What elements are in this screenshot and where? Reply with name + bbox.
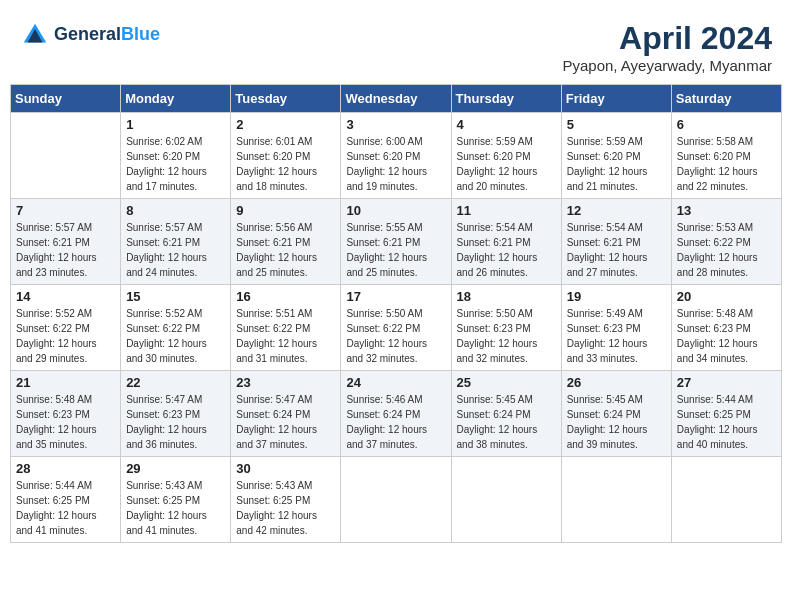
day-number: 19 [567, 289, 666, 304]
calendar-week-row: 7Sunrise: 5:57 AM Sunset: 6:21 PM Daylig… [11, 199, 782, 285]
calendar-cell [451, 457, 561, 543]
calendar-week-row: 1Sunrise: 6:02 AM Sunset: 6:20 PM Daylig… [11, 113, 782, 199]
day-info: Sunrise: 5:45 AM Sunset: 6:24 PM Dayligh… [457, 392, 556, 452]
day-info: Sunrise: 5:48 AM Sunset: 6:23 PM Dayligh… [677, 306, 776, 366]
calendar-cell: 12Sunrise: 5:54 AM Sunset: 6:21 PM Dayli… [561, 199, 671, 285]
page-header: GeneralBlue April 2024 Pyapon, Ayeyarwad… [10, 10, 782, 79]
calendar-cell: 16Sunrise: 5:51 AM Sunset: 6:22 PM Dayli… [231, 285, 341, 371]
day-info: Sunrise: 5:44 AM Sunset: 6:25 PM Dayligh… [677, 392, 776, 452]
day-info: Sunrise: 5:57 AM Sunset: 6:21 PM Dayligh… [126, 220, 225, 280]
day-info: Sunrise: 5:56 AM Sunset: 6:21 PM Dayligh… [236, 220, 335, 280]
month-title: April 2024 [562, 20, 772, 57]
calendar-week-row: 14Sunrise: 5:52 AM Sunset: 6:22 PM Dayli… [11, 285, 782, 371]
calendar-cell: 9Sunrise: 5:56 AM Sunset: 6:21 PM Daylig… [231, 199, 341, 285]
day-number: 3 [346, 117, 445, 132]
calendar-cell: 26Sunrise: 5:45 AM Sunset: 6:24 PM Dayli… [561, 371, 671, 457]
day-info: Sunrise: 5:59 AM Sunset: 6:20 PM Dayligh… [457, 134, 556, 194]
day-number: 18 [457, 289, 556, 304]
day-number: 23 [236, 375, 335, 390]
day-info: Sunrise: 5:54 AM Sunset: 6:21 PM Dayligh… [567, 220, 666, 280]
calendar-cell: 20Sunrise: 5:48 AM Sunset: 6:23 PM Dayli… [671, 285, 781, 371]
title-block: April 2024 Pyapon, Ayeyarwady, Myanmar [562, 20, 772, 74]
weekday-header-tuesday: Tuesday [231, 85, 341, 113]
calendar-cell: 23Sunrise: 5:47 AM Sunset: 6:24 PM Dayli… [231, 371, 341, 457]
calendar-cell: 6Sunrise: 5:58 AM Sunset: 6:20 PM Daylig… [671, 113, 781, 199]
day-info: Sunrise: 5:50 AM Sunset: 6:22 PM Dayligh… [346, 306, 445, 366]
day-number: 2 [236, 117, 335, 132]
day-info: Sunrise: 5:52 AM Sunset: 6:22 PM Dayligh… [126, 306, 225, 366]
day-number: 13 [677, 203, 776, 218]
day-info: Sunrise: 5:54 AM Sunset: 6:21 PM Dayligh… [457, 220, 556, 280]
logo: GeneralBlue [20, 20, 160, 50]
calendar-cell: 3Sunrise: 6:00 AM Sunset: 6:20 PM Daylig… [341, 113, 451, 199]
calendar-body: 1Sunrise: 6:02 AM Sunset: 6:20 PM Daylig… [11, 113, 782, 543]
day-info: Sunrise: 6:02 AM Sunset: 6:20 PM Dayligh… [126, 134, 225, 194]
day-number: 12 [567, 203, 666, 218]
day-info: Sunrise: 5:43 AM Sunset: 6:25 PM Dayligh… [126, 478, 225, 538]
day-number: 8 [126, 203, 225, 218]
calendar-week-row: 21Sunrise: 5:48 AM Sunset: 6:23 PM Dayli… [11, 371, 782, 457]
calendar-week-row: 28Sunrise: 5:44 AM Sunset: 6:25 PM Dayli… [11, 457, 782, 543]
day-info: Sunrise: 5:57 AM Sunset: 6:21 PM Dayligh… [16, 220, 115, 280]
day-number: 30 [236, 461, 335, 476]
day-info: Sunrise: 5:47 AM Sunset: 6:23 PM Dayligh… [126, 392, 225, 452]
calendar-cell: 19Sunrise: 5:49 AM Sunset: 6:23 PM Dayli… [561, 285, 671, 371]
day-info: Sunrise: 5:49 AM Sunset: 6:23 PM Dayligh… [567, 306, 666, 366]
day-number: 1 [126, 117, 225, 132]
day-info: Sunrise: 5:43 AM Sunset: 6:25 PM Dayligh… [236, 478, 335, 538]
calendar-cell [341, 457, 451, 543]
calendar-cell: 15Sunrise: 5:52 AM Sunset: 6:22 PM Dayli… [121, 285, 231, 371]
calendar-cell: 11Sunrise: 5:54 AM Sunset: 6:21 PM Dayli… [451, 199, 561, 285]
calendar-cell: 13Sunrise: 5:53 AM Sunset: 6:22 PM Dayli… [671, 199, 781, 285]
day-number: 26 [567, 375, 666, 390]
calendar-cell: 25Sunrise: 5:45 AM Sunset: 6:24 PM Dayli… [451, 371, 561, 457]
day-number: 25 [457, 375, 556, 390]
day-info: Sunrise: 5:48 AM Sunset: 6:23 PM Dayligh… [16, 392, 115, 452]
calendar-cell: 17Sunrise: 5:50 AM Sunset: 6:22 PM Dayli… [341, 285, 451, 371]
day-number: 15 [126, 289, 225, 304]
day-number: 28 [16, 461, 115, 476]
calendar-cell: 29Sunrise: 5:43 AM Sunset: 6:25 PM Dayli… [121, 457, 231, 543]
calendar-cell: 5Sunrise: 5:59 AM Sunset: 6:20 PM Daylig… [561, 113, 671, 199]
day-number: 27 [677, 375, 776, 390]
day-number: 10 [346, 203, 445, 218]
day-info: Sunrise: 5:58 AM Sunset: 6:20 PM Dayligh… [677, 134, 776, 194]
day-info: Sunrise: 5:50 AM Sunset: 6:23 PM Dayligh… [457, 306, 556, 366]
day-number: 14 [16, 289, 115, 304]
day-number: 7 [16, 203, 115, 218]
day-info: Sunrise: 5:46 AM Sunset: 6:24 PM Dayligh… [346, 392, 445, 452]
calendar-cell: 2Sunrise: 6:01 AM Sunset: 6:20 PM Daylig… [231, 113, 341, 199]
day-info: Sunrise: 6:01 AM Sunset: 6:20 PM Dayligh… [236, 134, 335, 194]
logo-icon [20, 20, 50, 50]
weekday-header-monday: Monday [121, 85, 231, 113]
calendar-cell: 1Sunrise: 6:02 AM Sunset: 6:20 PM Daylig… [121, 113, 231, 199]
weekday-header-sunday: Sunday [11, 85, 121, 113]
day-info: Sunrise: 6:00 AM Sunset: 6:20 PM Dayligh… [346, 134, 445, 194]
calendar-cell [11, 113, 121, 199]
day-number: 6 [677, 117, 776, 132]
day-number: 9 [236, 203, 335, 218]
day-info: Sunrise: 5:45 AM Sunset: 6:24 PM Dayligh… [567, 392, 666, 452]
day-number: 16 [236, 289, 335, 304]
day-info: Sunrise: 5:52 AM Sunset: 6:22 PM Dayligh… [16, 306, 115, 366]
day-number: 11 [457, 203, 556, 218]
day-info: Sunrise: 5:55 AM Sunset: 6:21 PM Dayligh… [346, 220, 445, 280]
calendar-cell: 28Sunrise: 5:44 AM Sunset: 6:25 PM Dayli… [11, 457, 121, 543]
day-info: Sunrise: 5:59 AM Sunset: 6:20 PM Dayligh… [567, 134, 666, 194]
weekday-header-thursday: Thursday [451, 85, 561, 113]
calendar-cell: 10Sunrise: 5:55 AM Sunset: 6:21 PM Dayli… [341, 199, 451, 285]
day-number: 20 [677, 289, 776, 304]
day-number: 4 [457, 117, 556, 132]
day-info: Sunrise: 5:44 AM Sunset: 6:25 PM Dayligh… [16, 478, 115, 538]
calendar-cell [561, 457, 671, 543]
calendar-cell: 30Sunrise: 5:43 AM Sunset: 6:25 PM Dayli… [231, 457, 341, 543]
day-number: 24 [346, 375, 445, 390]
day-number: 21 [16, 375, 115, 390]
calendar-cell: 22Sunrise: 5:47 AM Sunset: 6:23 PM Dayli… [121, 371, 231, 457]
calendar-cell: 4Sunrise: 5:59 AM Sunset: 6:20 PM Daylig… [451, 113, 561, 199]
weekday-header-friday: Friday [561, 85, 671, 113]
calendar-cell: 18Sunrise: 5:50 AM Sunset: 6:23 PM Dayli… [451, 285, 561, 371]
calendar-cell: 14Sunrise: 5:52 AM Sunset: 6:22 PM Dayli… [11, 285, 121, 371]
day-number: 22 [126, 375, 225, 390]
calendar-cell: 27Sunrise: 5:44 AM Sunset: 6:25 PM Dayli… [671, 371, 781, 457]
